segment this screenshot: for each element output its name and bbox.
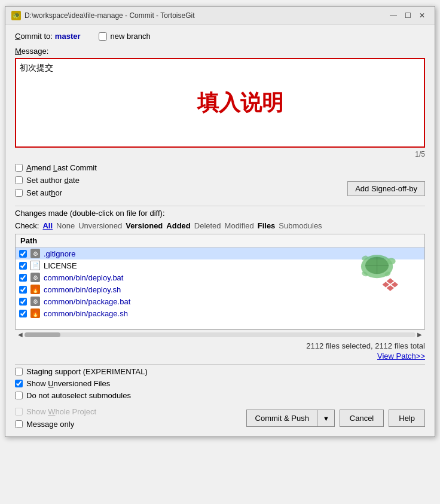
commit-push-container: Commit & Push ▼ — [246, 410, 335, 427]
bottom-left-options: Show Whole Project Message only — [15, 407, 246, 429]
commit-options: Amend Last Commit Set author date Set au… — [15, 163, 97, 197]
minimize-button[interactable]: — — [387, 9, 400, 22]
table-row[interactable]: ⚙ common/bin/deploy.bat — [16, 271, 424, 283]
file-checkbox-1[interactable] — [19, 262, 27, 270]
show-unversioned-checkbox[interactable] — [15, 380, 23, 387]
commit-push-dropdown[interactable]: ▼ — [318, 410, 334, 426]
files-count: 2112 files selected, 2112 files total — [306, 341, 425, 350]
files-summary: 2112 files selected, 2112 files total — [15, 341, 425, 350]
commit-push-button[interactable]: Commit & Push — [247, 410, 318, 426]
amend-label[interactable]: Amend Last Commit — [26, 163, 97, 172]
show-whole-project-option: Show Whole Project — [15, 407, 246, 416]
bottom-options: Staging support (EXPERIMENTAL) Show Unve… — [15, 367, 425, 400]
cancel-button[interactable]: Cancel — [340, 410, 384, 427]
file-name-1: LICENSE — [44, 261, 77, 270]
help-button[interactable]: Help — [389, 410, 425, 427]
bottom-buttons: Commit & Push ▼ Cancel Help — [246, 406, 425, 429]
window-title: D:\workspace\idea\file-manage - Commit -… — [25, 11, 195, 20]
scroll-left-arrow[interactable]: ◀ — [16, 331, 25, 338]
app-icon: 🐢 — [11, 11, 21, 20]
do-not-autoselect-option: Do not autoselect submodules — [15, 391, 425, 400]
staging-checkbox[interactable] — [15, 368, 23, 375]
new-branch-row: new branch — [99, 32, 151, 41]
scroll-right-arrow[interactable]: ▶ — [415, 331, 424, 338]
filter-added[interactable]: Added — [166, 221, 190, 230]
file-checkbox-2[interactable] — [19, 274, 27, 282]
filter-versioned[interactable]: Versioned — [126, 221, 163, 230]
file-icon-flame: 🔥 — [30, 285, 40, 294]
scrollbar-thumb[interactable] — [25, 332, 60, 337]
do-not-autoselect-label[interactable]: Do not autoselect submodules — [26, 391, 131, 400]
filter-submodules[interactable]: Submodules — [279, 221, 322, 230]
table-row[interactable]: ⚙ common/bin/package.bat — [16, 295, 424, 307]
files-table: Path ⚙ .gitignore 📄 LICENSE — [15, 234, 425, 329]
filter-deleted[interactable]: Deleted — [194, 221, 221, 230]
bottom-row: Show Whole Project Message only Commit &… — [15, 406, 425, 429]
horizontal-scrollbar[interactable]: ◀ ▶ — [15, 329, 425, 339]
filter-modified[interactable]: Modified — [225, 221, 254, 230]
do-not-autoselect-checkbox[interactable] — [15, 392, 23, 399]
show-whole-project-label: Show Whole Project — [26, 407, 96, 416]
message-only-option: Message only — [15, 420, 246, 429]
file-checkbox-5[interactable] — [19, 310, 27, 317]
author-date-checkbox[interactable] — [15, 176, 23, 184]
divider — [15, 206, 425, 206]
new-branch-label[interactable]: new branch — [111, 32, 151, 41]
staging-label[interactable]: Staging support (EXPERIMENTAL) — [26, 367, 148, 376]
file-checkbox-3[interactable] — [19, 286, 27, 294]
commit-to-label: Commit to: — [15, 32, 53, 41]
table-row[interactable]: 🔥 common/bin/package.sh — [16, 307, 424, 319]
message-only-label[interactable]: Message only — [26, 420, 74, 429]
author-date-label[interactable]: Set author date — [26, 176, 80, 185]
titlebar: 🐢 D:\workspace\idea\file-manage - Commit… — [5, 7, 435, 25]
show-unversioned-option: Show Unversioned Files — [15, 379, 425, 388]
table-row[interactable]: 📄 LICENSE — [16, 259, 424, 271]
filter-unversioned[interactable]: Unversioned — [78, 221, 122, 230]
new-branch-checkbox[interactable] — [99, 32, 107, 41]
table-row[interactable]: 🔥 common/bin/deploy.sh — [16, 283, 424, 295]
set-author-option: Set author — [15, 188, 97, 197]
add-signedoff-button[interactable]: Add Signed-off-by — [347, 181, 425, 196]
maximize-button[interactable]: ☐ — [401, 9, 414, 22]
files-table-container: Path ⚙ .gitignore 📄 LICENSE — [15, 234, 425, 339]
amend-option: Amend Last Commit — [15, 163, 97, 172]
file-checkbox-4[interactable] — [19, 298, 27, 306]
file-name-3: common/bin/deploy.sh — [44, 285, 121, 294]
file-name-4: common/bin/package.bat — [44, 297, 130, 306]
view-patch-link[interactable]: View Patch>> — [15, 352, 425, 361]
titlebar-controls: — ☐ ✕ — [387, 9, 429, 22]
file-icon-gear: ⚙ — [30, 273, 40, 282]
amend-checkbox[interactable] — [15, 164, 23, 172]
filter-files[interactable]: Files — [258, 221, 276, 230]
file-checkbox-0[interactable] — [19, 250, 27, 258]
message-label: Message: — [15, 47, 425, 56]
check-label: Check: — [15, 221, 39, 230]
files-header: Path — [16, 234, 424, 248]
file-name-0: .gitignore — [44, 249, 75, 258]
set-author-label[interactable]: Set author — [26, 188, 62, 197]
main-window: 🐢 D:\workspace\idea\file-manage - Commit… — [5, 6, 435, 437]
message-only-checkbox[interactable] — [15, 420, 23, 428]
table-row[interactable]: ⚙ .gitignore — [16, 248, 424, 259]
author-date-option: Set author date — [15, 176, 97, 185]
commit-to-row: Commit to: master new branch — [15, 32, 425, 41]
filter-all[interactable]: All — [42, 221, 53, 230]
file-name-2: common/bin/deploy.bat — [44, 273, 123, 282]
file-icon-file: 📄 — [30, 261, 40, 270]
message-textarea[interactable]: 初次提交 — [16, 59, 424, 146]
add-signedoff-row: Add Signed-off-by — [347, 181, 425, 196]
message-counter: 1/5 — [15, 150, 425, 158]
path-header: Path — [20, 236, 37, 245]
branch-name: master — [55, 32, 81, 41]
files-list[interactable]: ⚙ .gitignore 📄 LICENSE ⚙ common/bin/depl… — [16, 248, 424, 326]
show-unversioned-label[interactable]: Show Unversioned Files — [26, 379, 110, 388]
show-whole-project-checkbox[interactable] — [15, 408, 23, 416]
scrollbar-track[interactable] — [25, 332, 415, 337]
changes-title: Changes made (double-click on file for d… — [15, 209, 425, 218]
content-area: Commit to: master new branch Message: 初次… — [5, 25, 435, 436]
filter-none[interactable]: None — [56, 221, 75, 230]
close-button[interactable]: ✕ — [415, 9, 429, 22]
file-name-5: common/bin/package.sh — [44, 309, 128, 318]
set-author-checkbox[interactable] — [15, 189, 23, 197]
changes-section: Changes made (double-click on file for d… — [15, 209, 425, 361]
